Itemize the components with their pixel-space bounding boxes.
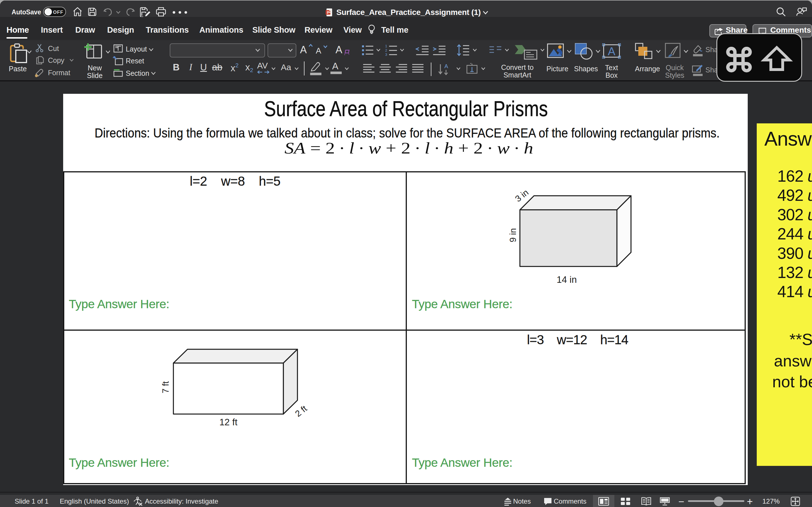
- svg-text:3: 3: [385, 52, 387, 56]
- svg-text:2: 2: [385, 48, 387, 52]
- svg-text:2 ft: 2 ft: [293, 403, 309, 418]
- svg-text:1: 1: [385, 44, 387, 48]
- svg-text:7 ft: 7 ft: [161, 381, 170, 393]
- svg-text:12 ft: 12 ft: [219, 417, 238, 427]
- svg-text:A: A: [608, 45, 615, 57]
- svg-text:9 in: 9 in: [508, 228, 518, 242]
- svg-text:P: P: [327, 10, 329, 15]
- svg-text:14 in: 14 in: [557, 274, 577, 285]
- svg-text:A: A: [444, 63, 448, 69]
